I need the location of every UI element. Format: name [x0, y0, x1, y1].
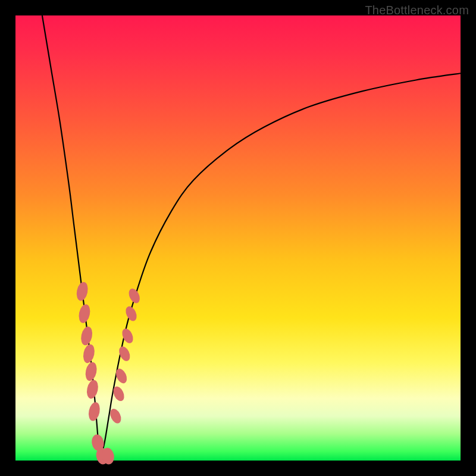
- marker-bead: [82, 343, 96, 364]
- chart-plot-area: [15, 15, 461, 461]
- chart-frame: TheBottleneck.com: [0, 0, 476, 476]
- marker-bead: [124, 305, 139, 322]
- marker-beads: [75, 281, 142, 465]
- marker-bead: [127, 287, 142, 305]
- marker-bead: [87, 401, 101, 422]
- marker-bead: [75, 281, 89, 302]
- chart-svg: [15, 15, 461, 461]
- marker-bead: [80, 325, 94, 346]
- watermark-text: TheBottleneck.com: [365, 4, 469, 17]
- marker-bead: [77, 303, 92, 324]
- curve-right-branch: [100, 73, 461, 461]
- marker-bead: [85, 379, 99, 400]
- marker-bead: [84, 361, 98, 382]
